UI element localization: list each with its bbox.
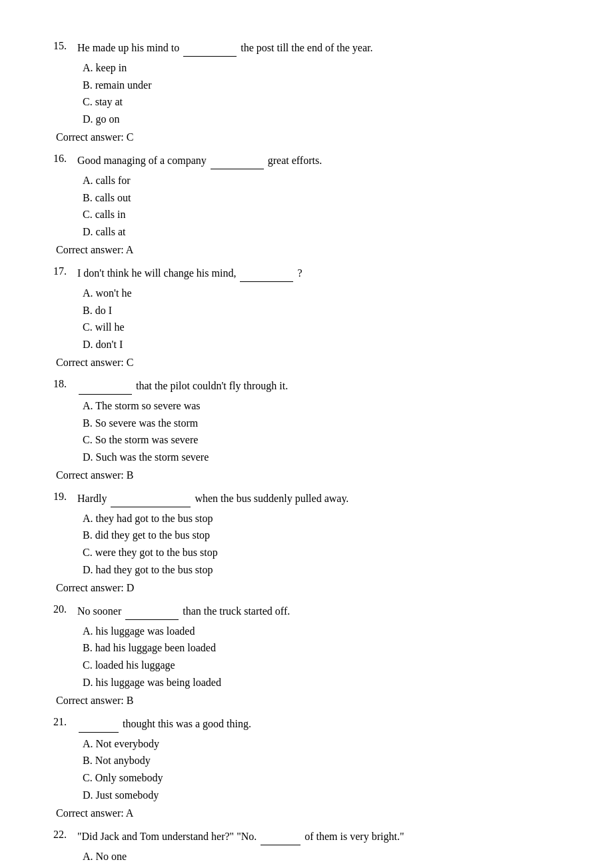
question-text: "Did Jack and Tom understand her?" "No. … (77, 829, 560, 845)
option-item: B. None (83, 865, 560, 868)
correct-answer: Correct answer: D (56, 579, 560, 597)
correct-answer: Correct answer: B (56, 467, 560, 484)
question-number: 15. (53, 40, 77, 57)
option-item: D. calls at (83, 223, 560, 241)
question-block: 18. that the pilot couldn't fly through … (53, 378, 560, 484)
options-list: A. keep inB. remain underC. stay atD. go… (80, 59, 560, 127)
question-text: thought this was a good thing. (77, 716, 560, 733)
options-list: A. his luggage was loadedB. had his lugg… (80, 623, 560, 691)
option-item: A. The storm so severe was (83, 397, 560, 415)
option-item: B. do I (83, 302, 560, 319)
options-list: A. won't heB. do IC. will heD. don't I (80, 285, 560, 353)
question-block: 21. thought this was a good thing.A. Not… (53, 716, 560, 822)
option-item: D. Such was the storm severe (83, 449, 560, 466)
question-text: Hardly when the bus suddenly pulled away… (77, 491, 560, 507)
question-number: 16. (53, 153, 77, 169)
question-block: 17.I don't think he will change his mind… (53, 265, 560, 371)
question-number: 22. (53, 829, 77, 845)
question-number: 20. (53, 603, 77, 620)
blank (240, 265, 293, 282)
blank (125, 603, 179, 620)
correct-answer: Correct answer: C (56, 129, 560, 146)
option-item: C. Only somebody (83, 769, 560, 787)
option-item: A. keep in (83, 59, 560, 77)
question-number: 21. (53, 716, 77, 733)
option-item: D. go on (83, 111, 560, 128)
question-text: No sooner than the truck started off. (77, 603, 560, 620)
question-text: Good managing of a company great efforts… (77, 153, 560, 169)
quiz-content: 15.He made up his mind to the post till … (53, 40, 560, 868)
correct-answer: Correct answer: B (56, 692, 560, 709)
option-item: A. calls for (83, 172, 560, 189)
blank (211, 153, 264, 169)
option-item: D. Just somebody (83, 787, 560, 804)
blank (183, 40, 237, 57)
options-list: A. they had got to the bus stopB. did th… (80, 510, 560, 578)
option-item: C. So the storm was severe (83, 431, 560, 449)
question-text: He made up his mind to the post till the… (77, 40, 560, 57)
question-line: 22."Did Jack and Tom understand her?" "N… (53, 829, 560, 845)
question-line: 17.I don't think he will change his mind… (53, 265, 560, 282)
question-block: 22."Did Jack and Tom understand her?" "N… (53, 829, 560, 868)
blank (261, 829, 301, 845)
option-item: A. No one (83, 848, 560, 865)
option-item: D. don't I (83, 336, 560, 353)
option-item: B. had his luggage been loaded (83, 639, 560, 657)
option-item: C. were they got to the bus stop (83, 544, 560, 561)
question-text: that the pilot couldn't fly through it. (77, 378, 560, 395)
question-line: 19.Hardly when the bus suddenly pulled a… (53, 491, 560, 507)
blank (79, 378, 132, 395)
question-line: 16.Good managing of a company great effo… (53, 153, 560, 169)
question-text: I don't think he will change his mind, ? (77, 265, 560, 282)
blank (79, 716, 119, 733)
question-number: 18. (53, 378, 77, 395)
option-item: B. Not anybody (83, 752, 560, 769)
options-list: A. The storm so severe wasB. So severe w… (80, 397, 560, 465)
option-item: B. So severe was the storm (83, 415, 560, 432)
question-number: 17. (53, 265, 77, 282)
option-item: D. his luggage was being loaded (83, 674, 560, 691)
option-item: A. his luggage was loaded (83, 623, 560, 640)
option-item: C. stay at (83, 93, 560, 111)
option-item: A. Not everybody (83, 735, 560, 753)
options-list: A. No oneB. NoneC. Not one (80, 848, 560, 868)
question-block: 16.Good managing of a company great effo… (53, 153, 560, 259)
question-line: 18. that the pilot couldn't fly through … (53, 378, 560, 395)
option-item: B. did they get to the bus stop (83, 527, 560, 544)
option-item: B. remain under (83, 77, 560, 94)
question-number: 19. (53, 491, 77, 507)
question-line: 20.No sooner than the truck started off. (53, 603, 560, 620)
option-item: A. won't he (83, 285, 560, 302)
question-block: 20.No sooner than the truck started off.… (53, 603, 560, 709)
option-item: B. calls out (83, 189, 560, 207)
correct-answer: Correct answer: A (56, 241, 560, 259)
option-item: C. calls in (83, 206, 560, 223)
option-item: D. had they got to the bus stop (83, 561, 560, 579)
option-item: C. loaded his luggage (83, 657, 560, 674)
question-line: 15.He made up his mind to the post till … (53, 40, 560, 57)
option-item: A. they had got to the bus stop (83, 510, 560, 527)
options-list: A. calls forB. calls outC. calls inD. ca… (80, 172, 560, 240)
blank (111, 491, 191, 507)
option-item: C. will he (83, 319, 560, 336)
correct-answer: Correct answer: A (56, 805, 560, 822)
question-block: 19.Hardly when the bus suddenly pulled a… (53, 491, 560, 597)
question-line: 21. thought this was a good thing. (53, 716, 560, 733)
question-block: 15.He made up his mind to the post till … (53, 40, 560, 146)
options-list: A. Not everybodyB. Not anybodyC. Only so… (80, 735, 560, 803)
correct-answer: Correct answer: C (56, 354, 560, 371)
